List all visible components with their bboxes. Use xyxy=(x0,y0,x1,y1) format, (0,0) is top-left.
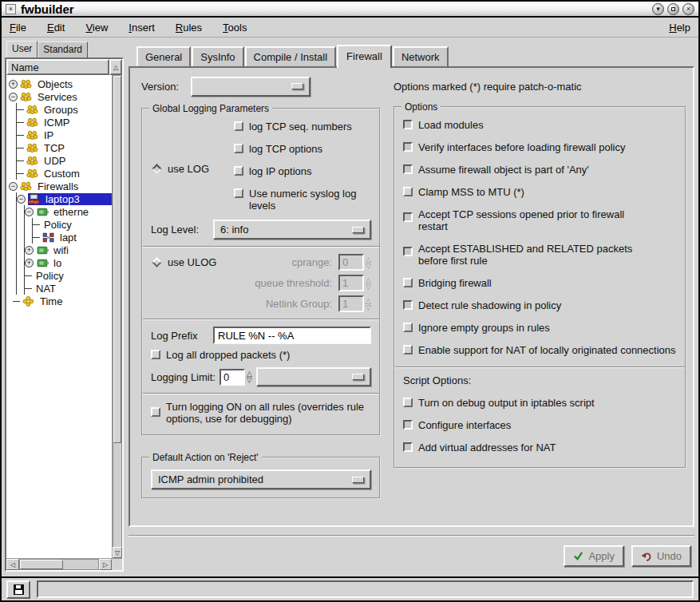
expander-icon[interactable]: − xyxy=(17,195,26,204)
cprange-spinner[interactable]: 0 △▽ xyxy=(338,254,371,271)
tree-item-objects[interactable]: + Objects xyxy=(9,77,112,90)
scrollbar-thumb[interactable] xyxy=(113,76,121,443)
tab-sysinfo[interactable]: SysInfo xyxy=(192,46,243,66)
tree-item-ip[interactable]: IP xyxy=(17,129,112,141)
tree-item-udp[interactable]: UDP xyxy=(17,154,112,167)
expander-icon[interactable]: + xyxy=(25,259,34,267)
log-level-dropdown[interactable]: 6: info xyxy=(213,220,371,240)
save-button[interactable] xyxy=(6,580,30,599)
tree-item-groups[interactable]: Groups xyxy=(17,103,112,116)
menu-file[interactable]: File xyxy=(10,22,26,34)
spinner-arrows-icon[interactable]: △▽ xyxy=(366,298,371,311)
menu-view[interactable]: View xyxy=(85,22,108,34)
menu-rules[interactable]: Rules xyxy=(176,22,202,34)
tree-item-firewalls[interactable]: − Firewalls xyxy=(9,180,112,192)
menu-insert[interactable]: Insert xyxy=(129,22,155,34)
tree-item-tcp[interactable]: TCP xyxy=(17,141,112,154)
maximize-icon[interactable] xyxy=(667,3,679,15)
tab-compile-install[interactable]: Compile / Install xyxy=(245,46,336,66)
tree-item-policy[interactable]: Policy xyxy=(25,269,112,282)
bridging-firewall-checkbox[interactable]: Bridging firewall xyxy=(403,277,677,289)
tree-item-custom[interactable]: Custom xyxy=(17,167,112,180)
accept-established-checkbox[interactable]: Accept ESTABLISHED and RELATED packets b… xyxy=(403,243,677,267)
close-icon[interactable]: × xyxy=(682,3,694,15)
log-tcp-seq-checkbox[interactable]: log TCP seq. numbers xyxy=(234,121,371,133)
menu-tools[interactable]: Tools xyxy=(223,22,247,34)
debug-output-checkbox[interactable]: Turn on debug output in iptables script xyxy=(403,397,677,409)
apply-button[interactable]: Apply xyxy=(564,545,624,567)
tab-user[interactable]: User xyxy=(6,41,38,57)
expander-icon[interactable]: − xyxy=(9,182,18,191)
tab-firewall[interactable]: Firewall xyxy=(337,45,392,68)
tree-item-nat[interactable]: NAT xyxy=(25,282,112,295)
interface-icon xyxy=(36,245,49,255)
tree-vertical-scrollbar[interactable]: ▽ xyxy=(112,75,122,558)
sort-arrow-icon[interactable]: △ xyxy=(109,59,122,75)
default-action-group: Default Action on 'Reject' ICMP admin pr… xyxy=(141,457,381,499)
log-dropped-checkbox[interactable]: Log all dropped packets (*) xyxy=(151,349,371,361)
checkbox-icon xyxy=(403,142,413,152)
log-tcp-options-checkbox[interactable]: log TCP options xyxy=(234,143,371,155)
tab-general[interactable]: General xyxy=(136,46,191,66)
tree-item-laptop3[interactable]: − laptop3 xyxy=(17,192,112,205)
checkbox-icon xyxy=(403,398,413,407)
firewall-icon xyxy=(28,194,42,204)
clamp-mss-checkbox[interactable]: Clamp MSS to MTU (*) xyxy=(403,186,677,198)
menu-help[interactable]: Help xyxy=(669,22,690,34)
menu-edit[interactable]: Edit xyxy=(47,22,65,34)
tree-column-header[interactable]: Name xyxy=(6,59,109,75)
use-log-radio[interactable]: use LOG xyxy=(151,121,234,215)
verify-interfaces-checkbox[interactable]: Verify interfaces before loading firewal… xyxy=(403,141,677,153)
checkbox-icon xyxy=(403,442,413,452)
logging-limit-dropdown[interactable] xyxy=(256,367,371,386)
configure-interfaces-checkbox[interactable]: Configure interfaces xyxy=(403,419,677,431)
tree-item-lo[interactable]: + lo xyxy=(25,256,112,269)
checkbox-icon xyxy=(234,121,243,131)
virtual-addresses-nat-checkbox[interactable]: Add virtual addresses for NAT xyxy=(403,442,677,453)
tree-item-wifi[interactable]: + wifi xyxy=(25,244,112,256)
assume-any-checkbox[interactable]: Assume firewall object is part of 'Any' xyxy=(403,164,677,176)
logging-limit-spinner[interactable]: 0 △▽ xyxy=(219,369,252,386)
tree-item-ethernet-policy[interactable]: Policy xyxy=(33,218,112,231)
expander-icon[interactable]: − xyxy=(25,208,34,216)
undo-button[interactable]: Undo xyxy=(631,545,691,567)
detect-shadowing-checkbox[interactable]: Detect rule shadowing in policy xyxy=(403,299,677,311)
tree-item-services[interactable]: − Services xyxy=(9,90,112,103)
spinner-arrows-icon[interactable]: △▽ xyxy=(366,256,371,269)
log-prefix-input[interactable] xyxy=(213,327,371,344)
scroll-left-icon[interactable]: ◁ xyxy=(6,559,19,570)
ignore-empty-groups-checkbox[interactable]: Ignore empty groups in rules xyxy=(403,322,677,334)
scroll-right-icon[interactable]: ▷ xyxy=(99,559,112,570)
tree-item-lapt[interactable]: lapt xyxy=(33,231,112,244)
spinner-arrows-icon[interactable]: △▽ xyxy=(366,277,371,290)
app-icon[interactable]: ✳ xyxy=(6,4,16,14)
titlebar: ✳ fwbuilder ▾ × xyxy=(2,2,698,18)
default-action-dropdown[interactable]: ICMP admin prohibited xyxy=(151,469,371,489)
tree-item-icmp[interactable]: ICMP xyxy=(17,116,112,129)
accept-tcp-sessions-checkbox[interactable]: Accept TCP sessions opened prior to fire… xyxy=(403,208,677,232)
separator xyxy=(143,393,379,394)
expander-icon[interactable]: − xyxy=(9,93,18,101)
folder-icon xyxy=(26,156,40,166)
tree-item-ethernet[interactable]: − etherne xyxy=(25,205,112,218)
expander-icon[interactable]: + xyxy=(9,80,18,89)
expander-icon[interactable]: + xyxy=(25,246,34,255)
scroll-down-icon[interactable]: ▽ xyxy=(113,547,122,558)
load-modules-checkbox[interactable]: Load modules xyxy=(403,119,677,131)
queue-threshold-spinner[interactable]: 1 △▽ xyxy=(338,275,371,291)
scrollbar-thumb[interactable] xyxy=(20,560,63,569)
nat-local-connections-checkbox[interactable]: Enable support for NAT of locally origin… xyxy=(403,344,677,356)
tab-standard[interactable]: Standard xyxy=(38,42,88,57)
spinner-arrows-icon[interactable]: △▽ xyxy=(247,370,252,383)
version-dropdown[interactable] xyxy=(191,77,310,97)
turn-logging-on-checkbox[interactable]: Turn logging ON on all rules (overrides … xyxy=(151,401,371,425)
tree-horizontal-scrollbar[interactable]: ◁ ▷ xyxy=(6,558,122,570)
netlink-group-spinner[interactable]: 1 △▽ xyxy=(338,295,371,312)
tree-item-time[interactable]: Time xyxy=(9,295,112,307)
numeric-syslog-checkbox[interactable]: Use numeric syslog log levels xyxy=(234,188,371,212)
log-prefix-label: Log Prefix xyxy=(151,330,213,342)
tab-network[interactable]: Network xyxy=(393,46,449,66)
use-ulog-radio[interactable]: use ULOG xyxy=(151,256,227,268)
log-ip-options-checkbox[interactable]: log IP options xyxy=(234,165,371,177)
minimize-icon[interactable]: ▾ xyxy=(652,3,664,15)
